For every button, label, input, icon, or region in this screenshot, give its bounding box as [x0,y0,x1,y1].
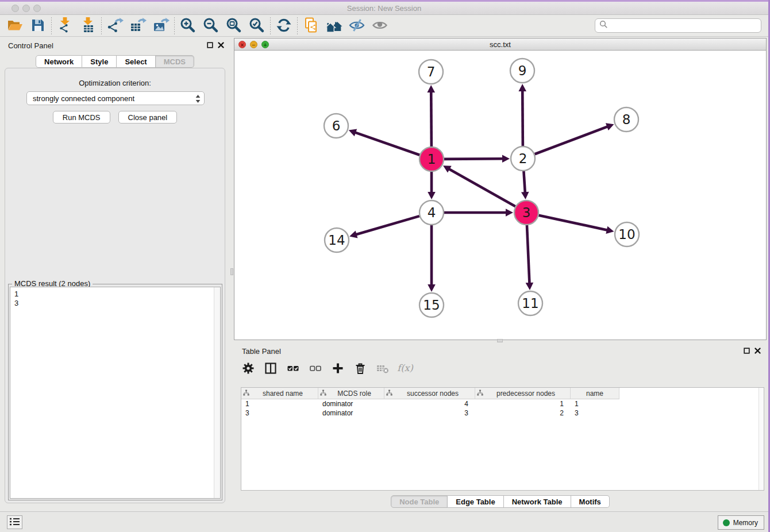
graph-node-7[interactable]: 7 [419,60,443,84]
float-table-panel-icon[interactable] [744,348,750,354]
network-canvas[interactable]: 7968124314101511 [234,51,766,340]
table-row[interactable]: 3dominator323 [241,408,764,418]
table-scrollbar[interactable] [759,388,764,490]
table-tab-node-table[interactable]: Node Table [391,495,448,508]
export-table-button[interactable] [126,17,149,35]
table-cell[interactable]: 1 [475,399,571,408]
table-cell[interactable]: dominator [318,408,384,418]
run-mcds-button[interactable]: Run MCDS [53,111,110,124]
zoom-out-icon [202,17,220,36]
home-button[interactable] [322,17,345,35]
search-icon [599,20,608,31]
close-table-panel-icon[interactable] [754,348,761,354]
task-history-button[interactable] [7,515,22,529]
graph-node-10[interactable]: 10 [615,222,639,246]
edge-3-1[interactable] [448,168,515,206]
table-tab-edge-table[interactable]: Edge Table [448,495,503,508]
graph-node-2[interactable]: 2 [511,147,535,171]
tab-mcds[interactable]: MCDS [156,55,194,68]
column-header-predecessor-nodes[interactable]: predecessor nodes [475,388,571,399]
table-cell[interactable]: 4 [384,399,475,408]
open-folder-button[interactable] [3,17,26,35]
graph-node-11[interactable]: 11 [518,291,542,315]
zoom-fit-button[interactable] [222,17,245,35]
graph-node-14[interactable]: 14 [325,228,349,252]
memory-status-icon [723,519,730,526]
tab-select[interactable]: Select [117,55,155,68]
eye-button[interactable] [368,17,391,35]
search-input[interactable] [611,20,761,32]
mcds-result-scrollbar[interactable] [214,287,220,498]
list-icon [10,518,20,527]
float-panel-icon[interactable] [207,42,213,48]
table-cell[interactable]: 3 [241,408,318,418]
export-network-button[interactable] [103,17,126,35]
edge-3-10[interactable] [538,215,608,230]
table-panel-title: Table Panel [242,347,281,356]
table-row[interactable]: 1dominator411 [241,399,764,408]
table-cell[interactable]: 1 [571,399,619,408]
tab-style[interactable]: Style [82,55,117,68]
table-tab-motifs[interactable]: Motifs [571,495,610,508]
export-image-button[interactable] [149,17,172,35]
select-all-button[interactable] [284,360,302,377]
edge-2-8[interactable] [535,126,609,155]
network-window-titlebar[interactable]: × − + scc.txt [234,38,766,51]
zoom-in-button[interactable] [176,17,199,35]
deselect-all-button[interactable] [307,360,324,377]
table-cell[interactable]: 3 [384,408,475,418]
settings-button[interactable] [240,360,257,377]
eye-slash-button[interactable] [345,17,368,35]
graph-node-15[interactable]: 15 [419,293,444,317]
zoom-out-button[interactable] [199,17,222,35]
vertical-splitter-grip[interactable] [230,268,233,275]
graph-node-6[interactable]: 6 [324,114,348,138]
zoom-selected-button[interactable] [245,17,268,35]
close-panel-icon[interactable] [218,42,224,48]
close-panel-button[interactable]: Close panel [118,111,178,124]
import-table-button[interactable] [76,17,99,35]
network-graph[interactable]: 7968124314101511 [234,51,766,340]
vertical-splitter[interactable] [230,37,234,511]
delete-row-button[interactable] [352,360,369,377]
table-cell[interactable]: 3 [571,408,619,418]
column-header-successor-nodes[interactable]: successor nodes [384,388,475,399]
graph-node-8[interactable]: 8 [614,107,638,132]
edge-4-14[interactable] [355,216,419,235]
edge-1-7[interactable] [431,91,432,147]
optimization-criterion-dropdown[interactable]: strongly connected component [26,91,205,105]
edge-2-3[interactable] [523,171,525,194]
graph-node-4[interactable]: 4 [419,201,444,225]
refresh-button[interactable] [272,17,295,35]
add-row-button[interactable] [329,360,346,377]
table-panel-header: Table Panel [234,342,767,360]
graph-node-1[interactable]: 1 [419,147,444,171]
search-box[interactable] [595,18,761,33]
graph-node-9[interactable]: 9 [510,59,534,83]
edge-2-9[interactable] [522,90,523,146]
memory-button[interactable]: Memory [718,515,764,530]
column-header-shared-name[interactable]: shared name [241,388,318,399]
svg-text:10: 10 [618,227,635,242]
tab-network[interactable]: Network [36,55,82,68]
column-label: predecessor nodes [483,390,568,398]
column-header-MCDS-role[interactable]: MCDS role [318,388,384,399]
graph-node-3[interactable]: 3 [514,201,538,225]
edge-1-6[interactable] [354,132,419,155]
column-header-name[interactable]: name [571,388,619,399]
edge-1-2[interactable] [444,159,504,159]
table-panel: Table Panel f(x) shared nameMCDS rolesuc… [234,342,767,511]
column-layout-button[interactable] [262,360,279,377]
column-layout-icon [263,361,278,377]
svg-text:7: 7 [427,64,436,79]
copy-network-button[interactable] [299,17,322,35]
save-button[interactable] [26,17,49,35]
import-network-button[interactable] [53,17,76,35]
table-cell[interactable]: 1 [241,399,318,408]
deselect-all-icon [308,361,323,377]
column-label: shared name [249,390,316,398]
table-cell[interactable]: 2 [475,408,571,418]
table-tab-network-table[interactable]: Network Table [504,495,571,508]
table-cell[interactable]: dominator [318,399,384,408]
edge-3-11[interactable] [527,225,530,284]
